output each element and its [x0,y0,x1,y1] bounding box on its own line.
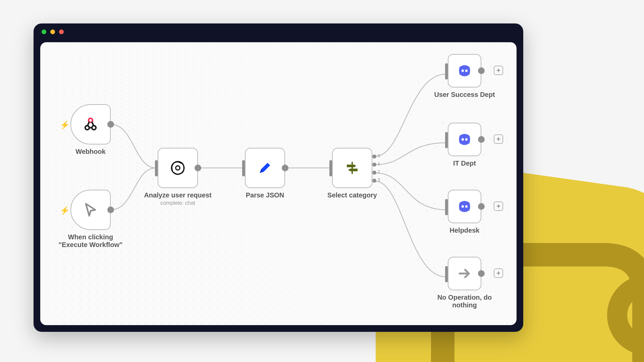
switch-output-ports: 0 1 2 3 [372,155,376,183]
output-port[interactable] [282,165,288,171]
node-label: Select category [327,191,377,199]
openai-icon [168,159,187,177]
output-port[interactable] [478,203,485,210]
node-switch[interactable]: 0 1 2 3 Select category [332,148,372,188]
workflow-canvas[interactable]: ⚡ Webhook ⚡ When clicking "Execute Workf… [40,42,517,325]
output-port[interactable] [195,165,201,171]
svg-point-8 [462,69,464,72]
svg-point-3 [92,126,96,130]
node-sublabel: complete: chat [160,200,195,206]
output-port[interactable] [107,121,114,128]
node-label: Parse JSON [246,191,284,199]
input-port[interactable] [445,63,448,79]
app-window: ⚡ Webhook ⚡ When clicking "Execute Workf… [34,23,523,332]
switch-port-2[interactable]: 2 [372,171,376,175]
svg-point-13 [465,205,468,207]
add-node-button[interactable]: + [494,268,503,278]
svg-point-11 [465,138,468,140]
node-label: IT Dept [453,160,476,167]
svg-rect-7 [352,162,353,174]
node-webhook[interactable]: ⚡ Webhook [70,104,111,144]
node-label: When clicking "Execute Workflow" [57,233,124,249]
lightning-icon: ⚡ [60,120,70,130]
node-label: Webhook [75,148,106,156]
pencil-icon [256,159,274,177]
input-port[interactable] [445,132,448,148]
add-node-button[interactable]: + [494,134,503,144]
output-port[interactable] [478,270,485,277]
node-label: Helpdesk [450,227,480,234]
output-port[interactable] [478,67,485,74]
add-node-button[interactable]: + [494,201,503,211]
switch-port-1[interactable]: 1 [372,163,376,167]
switch-port-0[interactable]: 0 [372,155,376,159]
input-port[interactable] [242,160,245,176]
node-it-dept[interactable]: IT Dept [448,123,481,156]
svg-point-9 [465,69,468,72]
node-noop[interactable]: No Operation, do nothing [448,257,481,290]
signpost-icon [343,159,362,177]
node-user-success[interactable]: User Success Dept [448,54,481,87]
node-manual-trigger[interactable]: ⚡ When clicking "Execute Workflow" [70,190,111,230]
node-helpdesk[interactable]: Helpdesk [448,190,481,223]
node-label: User Success Dept [431,91,498,99]
svg-point-2 [85,126,89,130]
input-port[interactable] [445,266,448,282]
window-titlebar [34,23,523,40]
lightning-icon: ⚡ [60,206,70,215]
discord-icon [455,197,474,216]
svg-point-6 [176,166,180,170]
node-label: Analyze user request [144,191,211,199]
switch-port-3[interactable]: 3 [372,179,376,183]
output-port[interactable] [107,206,114,213]
traffic-close[interactable] [42,29,46,34]
traffic-max[interactable] [59,29,64,34]
input-port[interactable] [155,160,158,176]
cursor-icon [81,200,100,219]
input-port[interactable] [329,160,332,176]
svg-point-12 [462,205,464,207]
node-parse-json[interactable]: Parse JSON [245,148,285,188]
svg-point-10 [462,138,464,140]
discord-icon [455,61,474,80]
arrow-right-icon [455,264,474,283]
discord-icon [455,130,474,149]
node-label: No Operation, do nothing [431,294,498,309]
node-analyze[interactable]: Analyze user request complete: chat [158,148,198,188]
output-port[interactable] [478,136,485,143]
traffic-min[interactable] [50,29,55,34]
input-port[interactable] [445,199,448,215]
add-node-button[interactable]: + [494,66,503,75]
webhook-icon [81,115,100,134]
